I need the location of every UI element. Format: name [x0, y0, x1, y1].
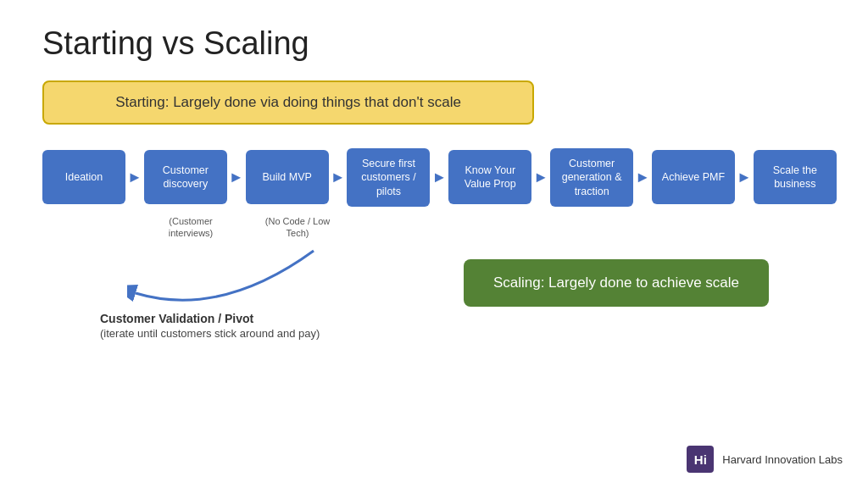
arrow-1: ► — [127, 169, 142, 185]
arrow-7: ► — [737, 169, 752, 185]
annotation-customer-interviews: (Customer interviews) — [149, 215, 232, 240]
harvard-logo: Hi Harvard Innovation Labs — [687, 446, 843, 473]
right-section: Scaling: Largely done to achieve scale — [398, 215, 826, 342]
arrow-6: ► — [635, 169, 650, 185]
flow-box-know-value: Know Your Value Prop — [448, 150, 531, 204]
hi-badge: Hi — [687, 446, 714, 473]
validation-text: (iterate until customers stick around an… — [100, 325, 398, 342]
flow-box-secure-first: Secure first customers / pilots — [347, 148, 430, 207]
page-title: Starting vs Scaling — [42, 25, 826, 62]
arrow-2: ► — [229, 169, 244, 185]
arrow-4: ► — [431, 169, 447, 185]
validation-bold-text: Customer Validation / Pivot — [100, 312, 398, 325]
bottom-section: (Customer interviews) (No Code / Low Tec… — [42, 215, 826, 342]
left-annotations: (Customer interviews) (No Code / Low Tec… — [42, 215, 398, 342]
flow-box-ideation: Ideation — [42, 150, 125, 204]
flow-box-build-mvp: Build MVP — [246, 150, 329, 204]
flow-box-cust-gen: Customer generation & traction — [550, 148, 633, 207]
harvard-name: Harvard Innovation Labs — [722, 453, 843, 466]
arc-arrow — [127, 242, 322, 310]
scaling-box: Scaling: Largely done to achieve scale — [464, 259, 769, 307]
flow-box-achieve-pmf: Achieve PMF — [652, 150, 735, 204]
arrow-5: ► — [533, 169, 548, 185]
annotation-no-code: (No Code / Low Tech) — [256, 215, 339, 240]
validation-section: Customer Validation / Pivot (iterate unt… — [100, 312, 398, 342]
flow-box-customer-discovery: Customer discovery — [144, 150, 227, 204]
flow-row: Ideation ► Customer discovery ► Build MV… — [42, 148, 826, 207]
arrow-3: ► — [331, 169, 346, 185]
slide: Starting vs Scaling Starting: Largely do… — [0, 0, 868, 488]
flow-box-scale: Scale the business — [754, 150, 837, 204]
starting-box: Starting: Largely done via doing things … — [42, 80, 534, 125]
